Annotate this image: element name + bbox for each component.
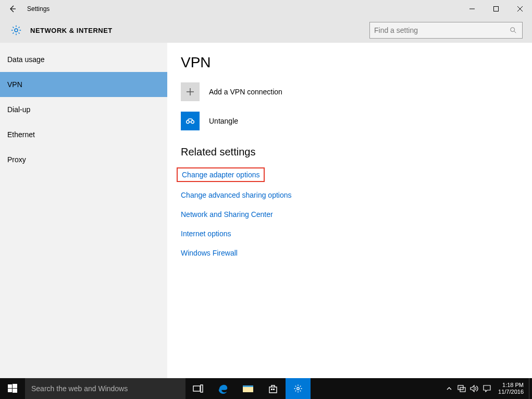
plus-tile	[181, 82, 200, 101]
windows-icon	[8, 384, 17, 393]
svg-rect-13	[271, 389, 273, 390]
svg-rect-11	[243, 387, 253, 392]
vpn-icon	[184, 115, 196, 127]
task-view-icon	[193, 384, 203, 393]
svg-point-15	[297, 388, 300, 390]
tray-action-center[interactable]	[480, 378, 493, 399]
page-title: VPN	[181, 54, 532, 71]
taskbar: Search the web and Windows 1:18 PM 11/7/…	[0, 378, 532, 399]
link-windows-firewall[interactable]: Windows Firewall	[181, 249, 238, 257]
svg-rect-6	[13, 384, 17, 388]
edge-icon	[217, 383, 229, 394]
link-change-adapter-options[interactable]: Change adapter options	[177, 167, 265, 182]
maximize-button[interactable]	[484, 0, 508, 18]
settings-window: Settings NETWORK & INTERNET Data usage V…	[0, 0, 532, 378]
maximize-icon	[493, 6, 499, 12]
sidebar: Data usage VPN Dial-up Ethernet Proxy	[0, 43, 167, 378]
notification-icon	[483, 385, 491, 392]
task-view-button[interactable]	[185, 378, 211, 399]
svg-rect-8	[13, 389, 17, 393]
svg-rect-12	[243, 385, 253, 387]
taskbar-edge[interactable]	[211, 378, 236, 399]
page-category-heading: NETWORK & INTERNET	[24, 27, 113, 34]
vpn-connection-row[interactable]: Untangle	[181, 111, 532, 131]
system-tray: 1:18 PM 11/7/2016	[443, 378, 532, 399]
back-button[interactable]	[0, 0, 25, 18]
tray-network[interactable]	[455, 378, 468, 399]
speaker-icon	[470, 385, 478, 392]
sidebar-item-label: Ethernet	[7, 130, 35, 139]
plus-icon	[185, 87, 195, 96]
link-change-advanced-sharing[interactable]: Change advanced sharing options	[181, 191, 292, 199]
store-icon	[268, 383, 278, 394]
sidebar-item-label: VPN	[7, 80, 22, 89]
header: NETWORK & INTERNET	[0, 18, 532, 43]
search-icon	[510, 27, 518, 34]
taskbar-search[interactable]: Search the web and Windows	[25, 378, 185, 399]
chevron-up-icon	[446, 385, 452, 392]
clock-date: 11/7/2016	[498, 389, 524, 395]
svg-point-4	[191, 120, 194, 124]
sidebar-item-dialup[interactable]: Dial-up	[0, 97, 167, 122]
arrow-left-icon	[8, 5, 17, 13]
start-button[interactable]	[0, 378, 25, 399]
tray-overflow[interactable]	[443, 378, 455, 399]
close-button[interactable]	[508, 0, 532, 18]
svg-rect-9	[193, 386, 200, 391]
taskbar-clock[interactable]: 1:18 PM 11/7/2016	[493, 382, 529, 395]
main-content: VPN Add a VPN connection Untangle Relate…	[167, 43, 532, 378]
vpn-connection-label: Untangle	[209, 117, 238, 125]
settings-icon-wrap	[8, 25, 24, 36]
taskbar-search-placeholder: Search the web and Windows	[31, 384, 128, 393]
close-icon	[517, 6, 523, 12]
svg-rect-0	[494, 7, 499, 11]
minimize-button[interactable]	[460, 0, 484, 18]
svg-point-1	[15, 29, 18, 32]
settings-search[interactable]	[369, 22, 523, 39]
sidebar-item-proxy[interactable]: Proxy	[0, 147, 167, 172]
network-icon	[457, 385, 466, 392]
taskbar-file-explorer[interactable]	[236, 378, 261, 399]
taskbar-store[interactable]	[261, 378, 286, 399]
related-settings-heading: Related settings	[181, 146, 532, 158]
svg-rect-5	[8, 384, 12, 388]
clock-time: 1:18 PM	[498, 382, 524, 389]
taskbar-settings[interactable]	[286, 378, 311, 399]
add-vpn-label: Add a VPN connection	[209, 88, 282, 96]
add-vpn-row[interactable]: Add a VPN connection	[181, 81, 532, 102]
svg-point-3	[187, 120, 190, 124]
sidebar-item-label: Dial-up	[7, 105, 30, 114]
gear-icon	[293, 384, 303, 393]
sidebar-item-vpn[interactable]: VPN	[0, 72, 167, 97]
svg-rect-14	[273, 389, 275, 390]
svg-point-2	[511, 28, 515, 32]
svg-rect-7	[8, 389, 12, 392]
sidebar-item-label: Proxy	[7, 155, 26, 164]
window-title: Settings	[25, 5, 50, 13]
link-internet-options[interactable]: Internet options	[181, 229, 231, 238]
vpn-tile	[181, 112, 200, 130]
titlebar: Settings	[0, 0, 532, 18]
tray-volume[interactable]	[468, 378, 480, 399]
show-desktop-button[interactable]	[529, 378, 532, 399]
body: Data usage VPN Dial-up Ethernet Proxy VP…	[0, 43, 532, 378]
svg-rect-10	[201, 385, 203, 392]
sidebar-item-data-usage[interactable]: Data usage	[0, 47, 167, 72]
sidebar-item-ethernet[interactable]: Ethernet	[0, 122, 167, 147]
minimize-icon	[469, 6, 475, 12]
settings-search-input[interactable]	[374, 26, 510, 34]
link-network-sharing-center[interactable]: Network and Sharing Center	[181, 210, 273, 219]
gear-icon	[10, 25, 22, 36]
sidebar-item-label: Data usage	[7, 55, 45, 64]
folder-icon	[242, 384, 254, 393]
